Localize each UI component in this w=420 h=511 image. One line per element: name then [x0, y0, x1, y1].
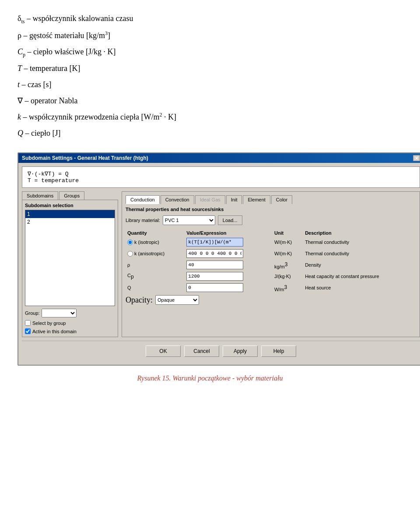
quantity-cp: Cp — [126, 271, 185, 282]
math-line-6: ∇ – operator Nabla — [18, 95, 402, 107]
input-k-isotropic[interactable] — [186, 238, 243, 247]
load-button[interactable]: Load... — [218, 215, 242, 225]
unit-k-anisotropic: W/(m·K) — [273, 248, 303, 259]
select-by-group-checkbox[interactable] — [25, 320, 31, 326]
unit-cp: J/(kg·K) — [273, 271, 303, 282]
tab-subdomains[interactable]: Subdomains — [22, 191, 58, 200]
tab-idealgas: Ideal Gas — [195, 195, 225, 204]
right-panel-tabs: Conduction Convection Ideal Gas Init Ele… — [126, 195, 416, 204]
tab-color[interactable]: Color — [271, 195, 292, 204]
group-row: Group: — [25, 309, 115, 317]
subdomain-box: Subdomain selection 1 2 Group: Select by… — [22, 200, 118, 337]
desc-rho: Density — [303, 259, 416, 271]
input-rho[interactable] — [186, 261, 243, 269]
table-row-cp: Cp J/(kg·K) Heat capacity at constant pr… — [126, 271, 416, 282]
list-item-2[interactable]: 2 — [25, 218, 115, 226]
opacity-row: Opacity: Opaque — [126, 295, 416, 305]
input-k-anisotropic[interactable] — [186, 249, 243, 258]
dialog-window: Subdomain Settings - General Heat Transf… — [18, 152, 420, 366]
quantity-q: Q — [126, 282, 185, 293]
desc-q: Heat source — [303, 282, 416, 293]
col-header-description: Description — [303, 229, 416, 236]
properties-table: Quantity Value/Expression Unit Descripti… — [126, 229, 416, 293]
math-line-5: t – czas [s] — [18, 78, 402, 91]
subdomain-selection-label: Subdomain selection — [25, 203, 115, 208]
sub-tabs: Subdomains Groups — [22, 191, 118, 200]
desc-k-anisotropic: Thermal conductivity — [303, 248, 416, 259]
active-in-domain-row: Active in this domain — [25, 328, 115, 334]
math-content: δts – współczynnik skalowania czasu ρ – … — [18, 12, 402, 139]
left-panel: Subdomains Groups Subdomain selection 1 … — [22, 191, 118, 337]
table-row-k-isotropic: k (isotropic) W/(m·K) Thermal conductivi… — [126, 236, 416, 248]
select-by-group-row: Select by group — [25, 320, 115, 326]
value-k-isotropic — [185, 236, 273, 248]
table-row-k-anisotropic: k (anisotropic) W/(m·K) Thermal conducti… — [126, 248, 416, 259]
math-line-2: ρ – gęstość materiału [kg/m3] — [18, 29, 402, 42]
equation-box: ∇·(-k∇T) = Q T = temperature — [22, 166, 420, 188]
math-line-1: δts – współczynnik skalowania czasu — [18, 12, 402, 26]
math-line-3: Cp – ciepło właściwe [J/kg · K] — [18, 46, 402, 59]
active-in-domain-label: Active in this domain — [32, 329, 77, 334]
tab-init[interactable]: Init — [226, 195, 242, 204]
k-isotropic-label[interactable]: k (isotropic) — [127, 240, 183, 245]
right-panel: Conduction Convection Ideal Gas Init Ele… — [122, 191, 420, 337]
quantity-rho: ρ — [126, 259, 185, 271]
col-header-quantity: Quantity — [126, 229, 185, 236]
subdomain-listbox[interactable]: 1 2 — [25, 210, 115, 306]
tab-element[interactable]: Element — [243, 195, 270, 204]
group-label: Group: — [25, 310, 40, 316]
tab-groups[interactable]: Groups — [59, 191, 84, 200]
desc-cp: Heat capacity at constant pressure — [303, 271, 416, 282]
opacity-label: Opacity: — [126, 296, 153, 305]
ok-button[interactable]: OK — [146, 345, 181, 357]
library-select[interactable]: PVC 1 — [163, 215, 215, 225]
opacity-select[interactable]: Opaque — [155, 295, 199, 305]
close-icon[interactable]: ✕ — [413, 155, 420, 161]
table-row-rho: ρ kg/m3 Density — [126, 259, 416, 271]
quantity-k-anisotropic: k (anisotropic) — [126, 248, 185, 259]
list-item-1[interactable]: 1 — [25, 210, 115, 218]
k-anisotropic-radio[interactable] — [127, 251, 133, 257]
unit-rho: kg/m3 — [273, 259, 303, 271]
apply-button[interactable]: Apply — [223, 345, 258, 357]
k-anisotropic-label[interactable]: k (anisotropic) — [127, 251, 183, 257]
table-row-q: Q W/m3 Heat source — [126, 282, 416, 293]
library-label: Library material: — [126, 218, 160, 223]
dialog-footer: OK Cancel Apply Help — [22, 341, 420, 361]
help-button[interactable]: Help — [261, 345, 296, 357]
cancel-button[interactable]: Cancel — [184, 345, 219, 357]
input-q[interactable] — [186, 283, 243, 292]
active-in-domain-checkbox[interactable] — [25, 328, 31, 334]
value-rho — [185, 259, 273, 271]
dialog-titlebar: Subdomain Settings - General Heat Transf… — [18, 153, 420, 163]
group-select[interactable] — [42, 309, 77, 317]
math-line-7: k – współczynnik przewodzenia ciepła [W/… — [18, 111, 402, 123]
titlebar-buttons: ✕ — [413, 155, 420, 161]
col-header-unit: Unit — [273, 229, 303, 236]
library-row: Library material: PVC 1 Load... — [126, 215, 416, 225]
k-isotropic-radio[interactable] — [127, 240, 133, 245]
math-line-8: Q – ciepło [J] — [18, 127, 402, 140]
thermal-title: Thermal properties and heat sources/sink… — [126, 207, 416, 212]
value-k-anisotropic — [185, 248, 273, 259]
equation-line2: T = temperature — [28, 177, 414, 184]
desc-k-isotropic: Thermal conductivity — [303, 236, 416, 248]
col-header-value: Value/Expression — [185, 229, 273, 236]
dialog-title: Subdomain Settings - General Heat Transf… — [22, 155, 148, 161]
quantity-k-isotropic: k (isotropic) — [126, 236, 185, 248]
value-q — [185, 282, 273, 293]
value-cp — [185, 271, 273, 282]
unit-q: W/m3 — [273, 282, 303, 293]
tab-conduction[interactable]: Conduction — [126, 195, 160, 204]
figure-caption: Rysunek 15. Warunki początkowe - wybór m… — [18, 374, 402, 382]
tab-convection[interactable]: Convection — [161, 195, 194, 204]
dialog-body: ∇·(-k∇T) = Q T = temperature Subdomains … — [18, 163, 420, 365]
unit-k-isotropic: W/(m·K) — [273, 236, 303, 248]
select-by-group-label: Select by group — [32, 321, 66, 326]
content-area: Subdomains Groups Subdomain selection 1 … — [22, 191, 420, 337]
equation-line1: ∇·(-k∇T) = Q — [28, 170, 414, 177]
input-cp[interactable] — [186, 272, 243, 281]
math-line-4: T – temperatura [K] — [18, 62, 402, 75]
